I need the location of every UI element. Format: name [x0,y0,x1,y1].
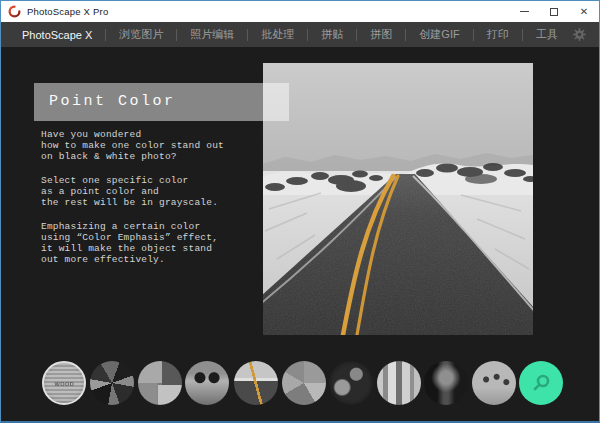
search-icon [530,372,552,394]
titlebar: PhotoScape X Pro ✕ [1,1,599,22]
search-button[interactable] [519,361,563,405]
maximize-icon [550,8,558,16]
description-paragraph: Have you wondered how to make one color … [41,129,266,162]
close-icon: ✕ [580,7,588,17]
minimize-button[interactable] [509,1,539,22]
thumbnail-dog-with-glasses[interactable] [185,361,229,405]
preview-road-photo[interactable] [263,63,533,335]
page-title: Point Color [49,93,176,110]
menu-item-batch[interactable]: 批处理 [248,27,307,42]
maximize-button[interactable] [539,1,569,22]
settings-gear-icon[interactable] [572,27,587,42]
menu-item-collage[interactable]: 拼贴 [308,27,356,42]
thumbnail-dark-collage[interactable] [90,361,134,405]
menu-item-photoscape-x[interactable]: PhotoScape X [9,29,105,41]
menu-item-combine[interactable]: 拼图 [357,27,405,42]
menu-item-create-gif[interactable]: 创建GIF [406,27,472,42]
menu-item-print[interactable]: 打印 [474,27,522,42]
wood-coin-label: WOOD [54,380,74,386]
menu-item-browse[interactable]: 浏览图片 [106,27,176,42]
minimize-icon [520,11,529,12]
thumbnail-wood-coin[interactable]: WOOD [42,361,86,405]
window-title: PhotoScape X Pro [27,6,108,17]
thumbnail-dark-abstract[interactable] [329,361,373,405]
menubar: PhotoScape X 浏览图片 照片编辑 批处理 拼贴 拼图 创建GIF 打… [1,22,599,47]
thumbnail-bridge-walkway[interactable] [377,361,421,405]
menu-item-editor[interactable]: 照片编辑 [177,27,247,42]
feature-description: Have you wondered how to make one color … [41,129,266,278]
thumbnail-people-walking[interactable] [472,361,516,405]
page-title-banner: Point Color [34,83,289,121]
app-window: PhotoScape X Pro ✕ PhotoScape X 浏览图片 照片编… [0,0,600,423]
app-logo-icon [8,5,21,18]
menu-item-tools[interactable]: 工具 [523,27,571,42]
thumbnail-desert-road[interactable] [234,361,278,405]
description-paragraph: Select one specific color as a point col… [41,175,266,208]
description-paragraph: Emphasizing a certain color using “Color… [41,221,266,265]
close-button[interactable]: ✕ [569,1,599,22]
thumbnail-gray-collage[interactable] [282,361,326,405]
thumbnail-dark-street[interactable] [424,361,468,405]
thumbnail-photo-collage[interactable] [138,361,182,405]
window-controls: ✕ [509,1,599,22]
